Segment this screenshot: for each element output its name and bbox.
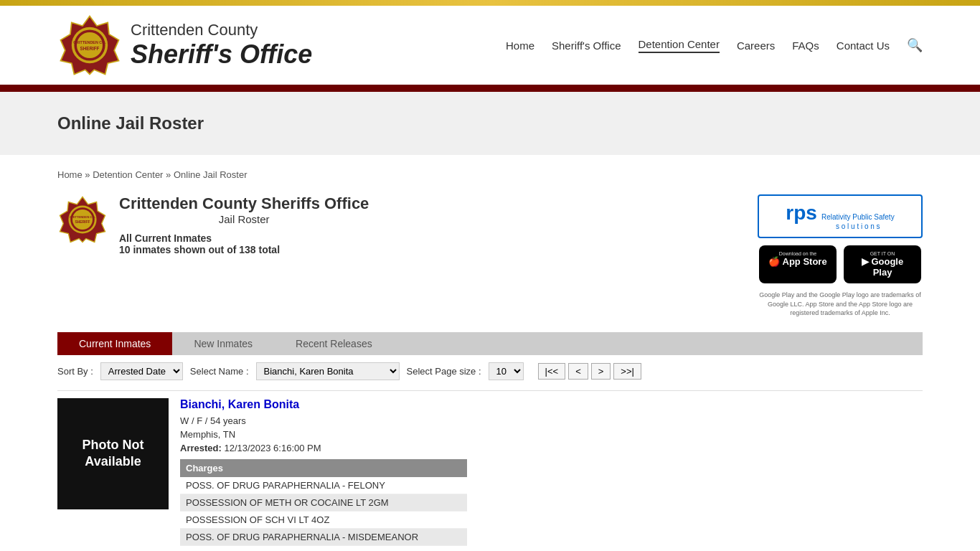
logo-line1: Crittenden County — [131, 21, 312, 39]
charge-row: POSSESSION OF METH OR COCAINE LT 2GM — [180, 494, 467, 511]
breadcrumb-home[interactable]: Home — [57, 169, 83, 180]
roster-info: All Current Inmates 10 inmates shown out… — [119, 232, 369, 255]
roster-right: rps Relativity Public Safety s o l u t i… — [758, 194, 923, 318]
svg-text:SHERIFF: SHERIFF — [75, 220, 90, 224]
sort-by-select[interactable]: Arrested Date — [100, 362, 183, 380]
nav-faqs[interactable]: FAQs — [792, 39, 819, 52]
pagination-prev[interactable]: < — [568, 363, 588, 380]
roster-inmate-shown: 10 inmates shown out of 138 total — [119, 244, 369, 255]
pagination-first[interactable]: |<< — [538, 363, 566, 380]
breadcrumb-detention-center[interactable]: Detention Center — [93, 169, 163, 180]
nav-contact-us[interactable]: Contact Us — [837, 39, 890, 52]
tab-recent-releases[interactable]: Recent Releases — [274, 332, 394, 355]
svg-point-9 — [72, 209, 93, 230]
select-name-label: Select Name : — [190, 366, 249, 377]
nav-detention-center[interactable]: Detention Center — [639, 38, 720, 53]
logo-text: Crittenden County Sheriff's Office — [131, 21, 312, 70]
google-app-badge[interactable]: GET IT ON ▶ Google Play — [844, 245, 921, 283]
tab-new-inmates[interactable]: New Inmates — [172, 332, 274, 355]
pagination-last[interactable]: >>| — [613, 363, 641, 380]
nav-sheriffs-office[interactable]: Sheriff's Office — [552, 39, 621, 52]
roster-subtitle: Jail Roster — [119, 213, 369, 225]
app-badges: Download on the 🍎 App Store GET IT ON ▶ … — [759, 245, 921, 283]
controls-bar: Sort By : Arrested Date Select Name : Bi… — [57, 362, 923, 380]
google-badge-title: GET IT ON — [852, 251, 913, 256]
inmate-card: Photo NotAvailable Bianchi, Karen Bonita… — [57, 390, 923, 546]
inmate-photo: Photo NotAvailable — [57, 398, 169, 509]
google-badge-store: ▶ Google Play — [852, 256, 913, 278]
apple-badge-store: 🍎 App Store — [768, 256, 828, 267]
search-icon-button[interactable]: 🔍 — [907, 37, 923, 53]
page-title: Online Jail Roster — [57, 113, 923, 133]
page-size-select[interactable]: 10 — [489, 362, 524, 380]
roster-title-block: Crittenden County Sheriffs Office Jail R… — [119, 194, 369, 225]
apple-app-badge[interactable]: Download on the 🍎 App Store — [759, 245, 837, 283]
logo: CRITTENDEN CO. SHERIFF Crittenden County… — [57, 13, 312, 77]
tab-current-inmates[interactable]: Current Inmates — [57, 332, 172, 355]
charges-table: Charges POSS. OF DRUG PARAPHERNALIA - FE… — [180, 459, 467, 546]
breadcrumb: Home » Detention Center » Online Jail Ro… — [57, 169, 923, 180]
charges-header: Charges — [180, 459, 467, 477]
nav-careers[interactable]: Careers — [737, 39, 775, 52]
main-nav: Home Sheriff's Office Detention Center C… — [506, 37, 923, 53]
rps-tagline: Relativity Public Safety — [821, 212, 895, 222]
page-size-label: Select Page size : — [407, 366, 481, 377]
roster-inmate-count: All Current Inmates — [119, 232, 369, 244]
inmate-city: Memphis, TN — [180, 429, 923, 440]
svg-text:CRITTENDEN CO.: CRITTENDEN CO. — [70, 215, 95, 219]
charge-row: POSS. OF DRUG PARAPHERNALIA - MISDEMEANO… — [180, 528, 467, 545]
bottom-dark-bar — [0, 85, 980, 92]
roster-badge-icon: CRITTENDEN CO. SHERIFF — [57, 194, 108, 245]
svg-point-3 — [77, 32, 103, 58]
rps-tagline2: s o l u t i o n s — [821, 222, 895, 231]
roster-left: CRITTENDEN CO. SHERIFF Crittenden County… — [57, 194, 369, 255]
breadcrumb-current: Online Jail Roster — [174, 169, 248, 180]
main-content: Home » Detention Center » Online Jail Ro… — [0, 155, 980, 551]
svg-text:CRITTENDEN CO.: CRITTENDEN CO. — [73, 40, 106, 44]
pagination: |<< < > >>| — [538, 363, 641, 380]
svg-text:SHERIFF: SHERIFF — [80, 46, 100, 51]
tabs-bar: Current Inmates New Inmates Recent Relea… — [57, 332, 923, 355]
roster-header: CRITTENDEN CO. SHERIFF Crittenden County… — [57, 194, 923, 318]
pagination-next[interactable]: > — [591, 363, 611, 380]
rps-logo-text: rps — [786, 202, 817, 225]
inmate-meta: W / F / 54 years — [180, 415, 923, 426]
select-name-dropdown[interactable]: Bianchi, Karen Bonita — [256, 362, 400, 380]
nav-home[interactable]: Home — [506, 39, 534, 52]
page-title-section: Online Jail Roster — [0, 92, 980, 155]
rps-logo: rps Relativity Public Safety s o l u t i… — [758, 194, 923, 238]
charge-row: POSS. OF DRUG PARAPHERNALIA - FELONY — [180, 477, 467, 494]
logo-line2: Sheriff's Office — [131, 39, 312, 70]
sheriff-badge-icon: CRITTENDEN CO. SHERIFF — [57, 13, 122, 77]
apple-badge-title: Download on the — [768, 251, 828, 256]
roster-title: Crittenden County Sheriffs Office — [119, 194, 369, 213]
sort-by-label: Sort By : — [57, 366, 93, 377]
charge-row: POSSESSION OF SCH VI LT 4OZ — [180, 511, 467, 528]
app-note: Google Play and the Google Play logo are… — [758, 291, 923, 318]
top-gold-bar — [0, 0, 980, 6]
inmate-details: Bianchi, Karen Bonita W / F / 54 years M… — [180, 398, 923, 546]
inmate-arrested: Arrested: 12/13/2023 6:16:00 PM — [180, 443, 923, 453]
inmate-name[interactable]: Bianchi, Karen Bonita — [180, 398, 923, 411]
site-header: CRITTENDEN CO. SHERIFF Crittenden County… — [0, 6, 980, 85]
